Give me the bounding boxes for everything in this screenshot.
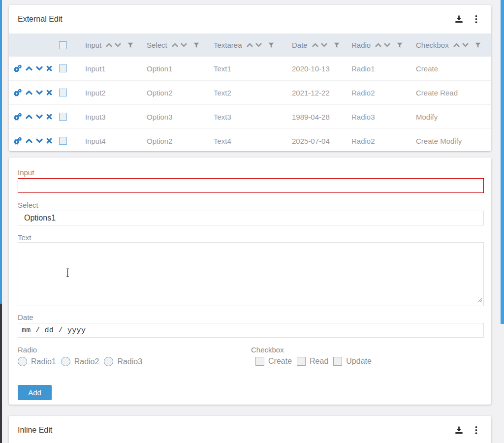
checkbox-option-label: Create	[268, 357, 292, 366]
sort-desc-icon[interactable]	[321, 43, 327, 47]
delete-x-icon[interactable]	[46, 90, 52, 95]
checkbox-icon[interactable]	[333, 357, 342, 366]
select-field[interactable]: Options1	[18, 211, 484, 225]
sort-desc-icon[interactable]	[462, 43, 469, 47]
text-label: Text	[18, 233, 32, 242]
table-row: Input1 Option1 Text1 2020-10-13 Radio1 C…	[9, 57, 491, 81]
sort-asc-icon[interactable]	[453, 43, 460, 47]
checkbox-group: Create Read Update	[255, 357, 372, 366]
move-down-icon[interactable]	[36, 114, 43, 119]
cell-select: Option3	[146, 113, 213, 121]
radio-icon[interactable]	[18, 357, 27, 366]
sort-asc-icon[interactable]	[106, 43, 112, 47]
filter-icon[interactable]	[127, 42, 133, 48]
settings-cogs-icon[interactable]	[13, 113, 22, 121]
checkbox-icon[interactable]	[297, 357, 306, 366]
cell-date: 2020-10-13	[291, 64, 350, 73]
cell-select: Option2	[146, 137, 213, 145]
checkbox-option[interactable]: Update	[333, 357, 372, 366]
external-edit-header: External Edit	[9, 5, 491, 33]
sort-asc-icon[interactable]	[375, 43, 381, 47]
column-label: Date	[292, 41, 308, 49]
row-checkbox[interactable]	[59, 64, 67, 72]
scrollbar-left-track[interactable]	[0, 304, 2, 443]
settings-cogs-icon[interactable]	[13, 137, 22, 145]
column-header-radio: Radio	[350, 41, 415, 49]
kebab-menu-icon[interactable]	[475, 426, 477, 435]
table-row: Input4 Option2 Text4 2025-07-04 Radio2 C…	[9, 129, 491, 153]
radio-icon[interactable]	[61, 357, 70, 366]
filter-icon[interactable]	[334, 42, 340, 48]
cell-checkbox: Modify	[415, 113, 491, 121]
checkbox-option[interactable]: Create	[255, 357, 292, 366]
sort-desc-icon[interactable]	[384, 43, 390, 47]
radio-icon[interactable]	[104, 357, 113, 366]
move-down-icon[interactable]	[36, 138, 43, 143]
date-placeholder: mm / dd / yyyy	[18, 326, 86, 335]
sort-asc-icon[interactable]	[172, 43, 178, 47]
add-form-card: Input Select Options1 Text Date mm / dd …	[9, 158, 491, 405]
radio-option[interactable]: Radio1	[18, 357, 56, 366]
row-checkbox[interactable]	[59, 137, 67, 145]
cell-radio: Radio2	[350, 89, 415, 97]
date-field[interactable]: mm / dd / yyyy	[18, 323, 484, 338]
checkbox-option-label: Read	[310, 357, 328, 366]
column-label: Textarea	[214, 41, 242, 49]
sort-desc-icon[interactable]	[115, 43, 121, 47]
textarea-field[interactable]	[18, 242, 484, 306]
radio-option[interactable]: Radio2	[61, 357, 99, 366]
cell-select: Option1	[146, 64, 213, 73]
move-down-icon[interactable]	[36, 66, 43, 71]
move-up-icon[interactable]	[26, 138, 32, 143]
download-icon[interactable]	[455, 15, 463, 23]
resize-grip-icon[interactable]	[477, 296, 482, 305]
move-up-icon[interactable]	[26, 90, 32, 95]
add-button[interactable]: Add	[18, 385, 52, 400]
input-field[interactable]	[18, 178, 484, 193]
checkbox-icon[interactable]	[255, 357, 264, 366]
checkbox-group-label: Checkbox	[251, 346, 284, 354]
settings-cogs-icon[interactable]	[13, 64, 22, 73]
cell-radio: Radio3	[350, 113, 415, 121]
move-up-icon[interactable]	[26, 66, 32, 71]
move-down-icon[interactable]	[36, 90, 43, 95]
radio-option-label: Radio3	[117, 357, 142, 366]
cell-input: Input1	[84, 64, 146, 73]
kebab-menu-icon[interactable]	[475, 15, 477, 24]
table-row: Input3 Option3 Text3 1989-04-28 Radio3 M…	[9, 105, 491, 129]
radio-option-label: Radio1	[31, 357, 56, 366]
row-checkbox[interactable]	[59, 89, 67, 96]
column-header-select: Select	[146, 41, 213, 49]
filter-icon[interactable]	[397, 42, 403, 48]
column-header-date: Date	[291, 41, 350, 49]
checkbox-option[interactable]: Read	[297, 357, 328, 366]
download-icon[interactable]	[455, 426, 463, 434]
delete-x-icon[interactable]	[46, 138, 52, 144]
cell-date: 2025-07-04	[291, 137, 350, 145]
select-all-checkbox[interactable]	[59, 41, 67, 49]
select-value: Options1	[18, 214, 56, 222]
radio-option[interactable]: Radio3	[104, 357, 142, 366]
scrollbar-left-thumb[interactable]	[0, 0, 2, 304]
inline-edit-card: Inline Edit	[9, 416, 491, 443]
cell-checkbox: Create Modify	[415, 137, 491, 145]
settings-cogs-icon[interactable]	[13, 89, 22, 97]
delete-x-icon[interactable]	[46, 65, 52, 71]
inline-edit-header: Inline Edit	[9, 416, 491, 443]
column-label: Checkbox	[416, 41, 449, 49]
move-up-icon[interactable]	[26, 114, 32, 119]
row-checkbox[interactable]	[59, 113, 67, 121]
text-cursor-icon	[65, 268, 70, 279]
sort-asc-icon[interactable]	[247, 43, 253, 47]
cell-textarea: Text2	[213, 89, 291, 97]
scrollbar-right-thumb[interactable]	[501, 0, 504, 324]
filter-icon[interactable]	[193, 42, 199, 48]
filter-icon[interactable]	[268, 42, 274, 48]
cell-select: Option2	[146, 89, 213, 97]
sort-desc-icon[interactable]	[181, 43, 187, 47]
cell-input: Input3	[84, 113, 146, 121]
sort-asc-icon[interactable]	[312, 43, 318, 47]
filter-icon[interactable]	[475, 42, 481, 48]
sort-desc-icon[interactable]	[255, 43, 262, 47]
delete-x-icon[interactable]	[46, 114, 52, 120]
